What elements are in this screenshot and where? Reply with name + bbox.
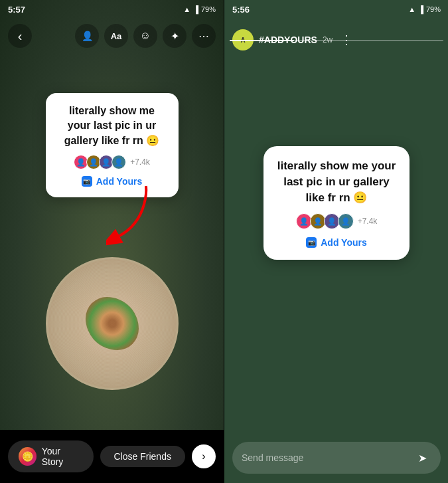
story-header-right: A #ADDYOURS 2w ⋮ xyxy=(224,19,448,53)
battery-text-right: 79% xyxy=(426,5,441,13)
more-icon: ⋯ xyxy=(198,30,209,43)
signal-icon: ▐ xyxy=(193,5,198,13)
send-icon: ➤ xyxy=(418,452,427,464)
mention-icon: 👤 xyxy=(82,31,93,41)
right-panel: 5:56 ▲ ▐ 79% A #ADDYOURS 2w ⋮ literally … xyxy=(224,0,448,483)
toolbar-right: 👤 Aa ☺ ✦ ⋯ xyxy=(75,24,216,48)
next-button[interactable]: › xyxy=(192,444,216,468)
sticker-icon: ☺ xyxy=(140,30,151,42)
story-card-text-left: literally show me your last pic in ur ga… xyxy=(56,104,168,148)
back-icon: ‹ xyxy=(18,29,23,44)
sparkle-button[interactable]: ✦ xyxy=(163,24,187,48)
card-avatars-right: 👤 👤 👤 👤 +7.4k xyxy=(275,213,398,229)
status-icons-right: ▲ ▐ 79% xyxy=(408,5,441,13)
add-yours-label-right: Add Yours xyxy=(321,237,367,248)
story-background xyxy=(0,0,224,483)
avatar-count-right: +7.4k xyxy=(358,217,378,226)
story-progress-fill xyxy=(230,40,294,41)
story-card-left: literally show me your last pic in ur ga… xyxy=(46,93,179,197)
message-bar: Send message ➤ xyxy=(224,442,448,474)
your-story-label: Your Story xyxy=(42,446,83,467)
send-button[interactable]: ➤ xyxy=(413,448,431,467)
embroidery-flower xyxy=(86,297,139,350)
signal-icon-right: ▐ xyxy=(418,5,423,13)
close-friends-button[interactable]: Close Friends xyxy=(100,446,186,467)
sparkle-icon: ✦ xyxy=(171,30,179,43)
add-yours-button-right[interactable]: 📷 Add Yours xyxy=(275,237,398,248)
status-time-right: 5:56 xyxy=(232,5,250,15)
text-tool-button[interactable]: Aa xyxy=(104,24,128,48)
avatar-r-4: 👤 xyxy=(338,213,354,229)
status-icons-left: ▲ ▐ 79% xyxy=(183,5,216,13)
embroidery-inner xyxy=(48,259,177,388)
camera-icon-right: 📷 xyxy=(306,237,317,248)
camera-icon-left: 📷 xyxy=(82,176,92,187)
embroidery-decoration xyxy=(46,257,179,390)
your-story-button[interactable]: 🪙 Your Story xyxy=(8,440,94,472)
add-yours-label-left: Add Yours xyxy=(96,176,143,187)
story-avatar-icon: 🪙 xyxy=(19,447,37,466)
wifi-icon: ▲ xyxy=(183,5,190,13)
close-friends-label: Close Friends xyxy=(114,451,171,462)
text-tool-label: Aa xyxy=(111,31,122,41)
story-progress-bar xyxy=(230,40,443,41)
avatar-count-left: +7.4k xyxy=(130,157,150,167)
story-toolbar: ‹ 👤 Aa ☺ ✦ ⋯ xyxy=(0,19,224,53)
left-panel: 5:57 ▲ ▐ 79% ‹ 👤 Aa ☺ ✦ ⋯ xyxy=(0,0,224,483)
battery-text: 79% xyxy=(201,5,216,13)
status-bar-left: 5:57 ▲ ▐ 79% xyxy=(0,0,224,19)
sticker-button[interactable]: ☺ xyxy=(133,24,157,48)
avatar-4: 👤 xyxy=(112,155,126,169)
message-input-wrap[interactable]: Send message ➤ xyxy=(232,442,441,474)
message-input[interactable]: Send message xyxy=(242,452,408,463)
next-icon: › xyxy=(202,450,205,462)
story-card-right: literally show me your last pic in ur ga… xyxy=(263,146,410,260)
status-bar-right: 5:56 ▲ ▐ 79% xyxy=(224,0,448,19)
more-button[interactable]: ⋯ xyxy=(192,24,216,48)
wifi-icon-right: ▲ xyxy=(408,5,415,13)
status-time-left: 5:57 xyxy=(8,5,25,15)
mention-button[interactable]: 👤 xyxy=(75,24,99,48)
bottom-bar-left: 🪙 Your Story Close Friends › xyxy=(0,430,224,483)
story-card-text-right: literally show me your last pic in ur ga… xyxy=(275,158,398,205)
back-button[interactable]: ‹ xyxy=(8,24,32,48)
add-yours-button-left[interactable]: 📷 Add Yours xyxy=(56,176,168,187)
card-avatars-left: 👤 👤 👤 👤 +7.4k xyxy=(56,155,168,169)
